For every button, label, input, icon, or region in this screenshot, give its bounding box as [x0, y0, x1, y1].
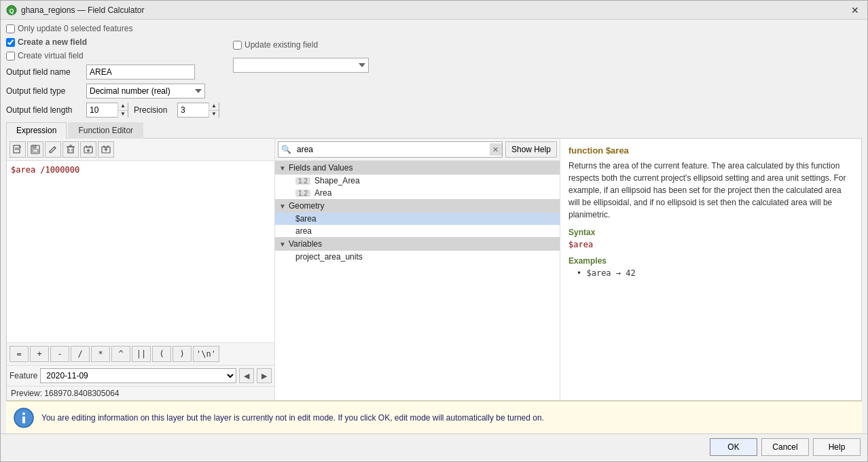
edit-expression-btn[interactable] [45, 141, 61, 158]
delete-expression-btn[interactable] [62, 141, 79, 158]
tree-group-geometry: ▼ Geometry $area area [275, 199, 560, 237]
main-content: Only update 0 selected features Create a… [1, 20, 867, 433]
search-input[interactable] [294, 142, 490, 157]
precision-decrement-btn[interactable]: ▼ [209, 111, 219, 118]
tree-item-dollar-area[interactable]: $area [275, 213, 560, 225]
tab-expression[interactable]: Expression [6, 122, 67, 139]
update-existing-label[interactable]: Update existing field [233, 40, 318, 50]
search-bar: 🔍 ✕ Show Help [275, 139, 560, 161]
precision-increment-btn[interactable]: ▲ [209, 103, 219, 111]
tree-item-area-fn[interactable]: area [275, 225, 560, 237]
preview-label: Preview: [11, 389, 42, 398]
svg-line-9 [54, 147, 56, 148]
tree-group-header-geometry[interactable]: ▼ Geometry [275, 199, 560, 213]
create-new-field-checkbox[interactable] [6, 38, 15, 47]
qgis-logo-icon: Q [6, 5, 17, 16]
feature-prev-btn[interactable]: ◀ [239, 368, 254, 383]
virtual-field-row: Create virtual field [6, 51, 219, 60]
feature-combo[interactable]: 2020-11-09 [40, 368, 236, 383]
help-panel: function $area Returns the area of the c… [560, 139, 861, 400]
op-power-btn[interactable]: ^ [111, 346, 130, 362]
virtual-field-label[interactable]: Create virtual field [6, 51, 84, 60]
op-minus-btn[interactable]: - [50, 346, 69, 362]
precision-spinner: ▲ ▼ [177, 103, 219, 118]
badge-area-field: 1.2 [295, 190, 310, 197]
op-plus-btn[interactable]: + [30, 346, 49, 362]
new-expression-btn[interactable] [10, 141, 26, 158]
cancel-button[interactable]: Cancel [761, 438, 809, 456]
load-expression-btn[interactable] [80, 141, 96, 158]
tree-group-header-fields-and-values[interactable]: ▼ Fields and Values [275, 161, 560, 175]
search-clear-btn[interactable]: ✕ [490, 143, 502, 156]
tree-item-shape-area[interactable]: 1.2 Shape_Area [275, 175, 560, 187]
output-field-type-select[interactable]: Decimal number (real) Integer String Dat… [86, 84, 205, 99]
length-increment-btn[interactable]: ▲ [118, 103, 128, 111]
tree-arrow-variables: ▼ [279, 241, 286, 248]
function-tree: ▼ Fields and Values 1.2 Shape_Area 1.2 A… [275, 161, 560, 400]
tree-group-header-variables[interactable]: ▼ Variables [275, 237, 560, 251]
tree-item-label-dollar-area: $area [295, 214, 317, 224]
op-divide-btn[interactable]: / [71, 346, 90, 362]
info-bar: You are editing information on this laye… [6, 401, 862, 433]
op-open-paren-btn[interactable]: ( [152, 346, 171, 362]
help-examples-title: Examples [568, 256, 853, 266]
expression-panel: $area /1000000 = + - / * ^ || ( ) '\n' F… [7, 139, 275, 400]
search-icon: 🔍 [278, 145, 294, 154]
help-syntax-title: Syntax [568, 228, 853, 237]
ok-button[interactable]: OK [710, 438, 757, 456]
tree-item-label-area-field: Area [314, 188, 331, 198]
feature-label: Feature [10, 371, 37, 380]
help-function-title: function $area [568, 145, 853, 156]
search-input-wrap: 🔍 ✕ [278, 141, 503, 158]
tree-item-label-project-area-units: project_area_units [295, 252, 363, 262]
help-example-1: $area → 42 [568, 268, 853, 278]
window-title: ghana_regions — Field Calculator [21, 5, 844, 15]
tree-group-label-geometry: Geometry [289, 201, 325, 211]
tree-group-label-variables: Variables [289, 239, 322, 249]
preview-value: 168970.8408305064 [44, 389, 119, 398]
update-existing-dropdown[interactable] [233, 58, 369, 73]
export-expression-btn[interactable] [98, 141, 114, 158]
only-update-label[interactable]: Only update 0 selected features [6, 24, 132, 33]
only-update-checkbox[interactable] [6, 24, 15, 33]
precision-label: Precision [134, 105, 172, 115]
op-close-paren-btn[interactable]: ) [173, 346, 192, 362]
virtual-field-checkbox[interactable] [6, 52, 15, 60]
output-field-name-input[interactable] [86, 65, 195, 79]
help-description: Returns the area of the current feature.… [568, 160, 853, 221]
precision-input[interactable] [178, 103, 209, 117]
output-field-type-label: Output field type [6, 86, 81, 96]
feature-next-btn[interactable]: ▶ [257, 368, 272, 383]
expression-editor[interactable]: $area /1000000 [7, 161, 274, 342]
output-field-name-row: Output field name [6, 65, 219, 79]
update-existing-checkbox[interactable] [233, 41, 242, 50]
op-newline-btn[interactable]: '\n' [193, 346, 219, 362]
svg-text:Q: Q [9, 7, 14, 14]
show-help-button[interactable]: Show Help [505, 141, 557, 158]
main-area: $area /1000000 = + - / * ^ || ( ) '\n' F… [6, 139, 862, 401]
feature-row: Feature 2020-11-09 ◀ ▶ [7, 365, 274, 386]
field-calculator-window: Q ghana_regions — Field Calculator ✕ Onl… [0, 0, 868, 462]
tree-item-project-area-units[interactable]: project_area_units [275, 251, 560, 263]
preview-row: Preview: 168970.8408305064 [7, 386, 274, 400]
expression-toolbar [7, 139, 274, 161]
op-multiply-btn[interactable]: * [91, 346, 110, 362]
left-fields: Create a new field Create virtual field … [6, 37, 219, 118]
tree-group-label-fields: Fields and Values [289, 163, 353, 173]
close-button[interactable]: ✕ [848, 3, 862, 17]
precision-spinner-buttons: ▲ ▼ [209, 103, 219, 118]
tab-function-editor[interactable]: Function Editor [68, 122, 143, 139]
search-panel: 🔍 ✕ Show Help ▼ Fields and Values [275, 139, 560, 400]
tree-item-area-field[interactable]: 1.2 Area [275, 187, 560, 199]
op-equals-btn[interactable]: = [10, 346, 29, 362]
output-field-length-input[interactable] [87, 103, 117, 117]
op-concat-btn[interactable]: || [132, 346, 151, 362]
create-new-field-label[interactable]: Create a new field [6, 37, 87, 47]
tabs-row: Expression Function Editor [6, 122, 862, 139]
only-update-row: Only update 0 selected features [6, 24, 862, 33]
length-decrement-btn[interactable]: ▼ [118, 111, 128, 118]
save-expression-btn[interactable] [27, 141, 43, 158]
svg-rect-8 [33, 149, 38, 152]
help-button[interactable]: Help [813, 438, 861, 456]
svg-rect-11 [68, 147, 73, 153]
